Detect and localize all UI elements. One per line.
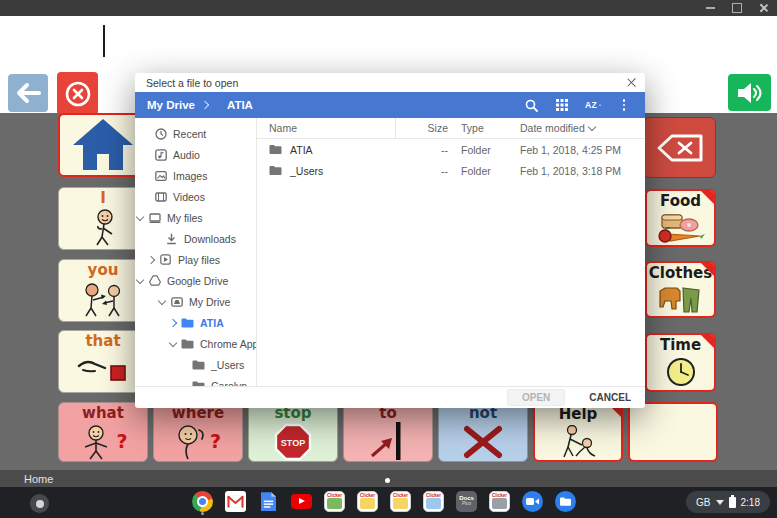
folder-icon: [269, 143, 282, 156]
helping-person-icon: [556, 425, 600, 459]
breadcrumb-root[interactable]: My Drive: [147, 99, 195, 111]
food-icon: [656, 212, 706, 244]
sidebar-item-atia[interactable]: ATIA: [135, 312, 256, 333]
my-drive-icon: [170, 295, 183, 308]
back-button[interactable]: [8, 74, 48, 112]
chevron-down-icon[interactable]: [169, 338, 177, 346]
column-header-name[interactable]: Name: [257, 118, 396, 138]
sidebar-item-users[interactable]: _Users: [135, 354, 256, 375]
launcher-button[interactable]: [30, 494, 49, 513]
sidebar-item-videos[interactable]: Videos: [135, 186, 256, 207]
sidebar-item-recent[interactable]: Recent: [135, 123, 256, 144]
open-button[interactable]: OPEN: [507, 389, 565, 406]
running-indicator: [201, 512, 204, 515]
card-backspace[interactable]: [643, 117, 716, 178]
card-where[interactable]: where ?: [153, 402, 243, 462]
file-table: Name Size Type Date modified ATIA -- Fol…: [257, 118, 645, 386]
clicker-sentences-icon[interactable]: Clicker: [324, 491, 345, 512]
chevron-down-icon[interactable]: [136, 275, 144, 283]
status-tray[interactable]: GB 2:18: [686, 491, 770, 513]
table-header: Name Size Type Date modified: [257, 118, 645, 139]
speaker-icon: [736, 81, 763, 105]
circle-x-icon: [63, 79, 93, 109]
column-header-size[interactable]: Size: [396, 122, 448, 134]
chevron-down-icon[interactable]: [158, 296, 166, 304]
speak-button[interactable]: [728, 74, 771, 111]
chevron-down-icon[interactable]: [136, 212, 144, 220]
minimize-button[interactable]: [706, 7, 715, 9]
clicker-communicate-icon[interactable]: Clicker: [489, 491, 510, 512]
card-stop[interactable]: stop STOP: [248, 402, 338, 462]
chevron-right-icon[interactable]: [169, 318, 177, 326]
sidebar-item-google-drive[interactable]: Google Drive: [135, 270, 256, 291]
card-help[interactable]: Help: [533, 402, 623, 462]
clicker-books-icon[interactable]: Clicker: [423, 491, 444, 512]
card-not[interactable]: not: [438, 402, 528, 462]
column-header-type[interactable]: Type: [448, 122, 513, 134]
file-name: ATIA: [290, 144, 313, 156]
more-menu-icon[interactable]: [616, 97, 632, 113]
file-date: Feb 1, 2018, 3:18 PM: [513, 165, 645, 177]
sidebar-item-downloads[interactable]: Downloads: [135, 228, 256, 249]
corner-fold-icon: [700, 334, 715, 349]
gmail-icon[interactable]: [225, 491, 246, 512]
corner-fold-icon: [700, 262, 715, 277]
sort-az-icon[interactable]: AZ: [585, 97, 601, 113]
sidebar-item-my-files[interactable]: My files: [135, 207, 256, 228]
column-header-date[interactable]: Date modified: [513, 122, 645, 134]
card-blank[interactable]: [628, 402, 718, 462]
card-food[interactable]: Food: [645, 189, 716, 247]
youtube-icon[interactable]: [291, 491, 312, 512]
dialog-body: Recent Audio Images Videos My fil: [135, 118, 645, 386]
card-to[interactable]: to: [343, 402, 433, 462]
dialog-close-icon[interactable]: [626, 77, 637, 88]
folder-icon: [269, 164, 282, 177]
page-indicator-dot: [385, 478, 390, 483]
card-time[interactable]: Time: [645, 333, 716, 392]
breadcrumb-current[interactable]: ATIA: [227, 99, 253, 111]
table-row[interactable]: ATIA -- Folder Feb 1, 2018, 4:25 PM: [257, 139, 645, 160]
backspace-icon: [656, 133, 704, 163]
corner-fold-icon: [700, 190, 715, 205]
clicker-connect-icon[interactable]: Clicker: [357, 491, 378, 512]
app-close-button[interactable]: [57, 72, 98, 115]
restore-button[interactable]: [732, 3, 742, 13]
image-icon: [154, 169, 167, 182]
stop-sign-text: STOP: [281, 438, 305, 448]
person-shrugging-icon: [78, 424, 114, 460]
sidebar-item-chrome-apps[interactable]: Chrome Apps: [135, 333, 256, 354]
battery-icon: [729, 497, 736, 508]
running-indicator: [499, 511, 502, 512]
card-label: what: [82, 405, 124, 422]
play-icon: [159, 253, 172, 266]
question-mark: ?: [116, 432, 127, 451]
camera-icon[interactable]: [522, 491, 543, 512]
clicker-talk-icon[interactable]: Clicker: [390, 491, 411, 512]
docs-plus-icon[interactable]: DocsPlus: [456, 491, 477, 512]
grid-view-icon[interactable]: [554, 97, 570, 113]
dialog-sidebar: Recent Audio Images Videos My fil: [135, 118, 257, 386]
chevron-right-icon[interactable]: [147, 255, 155, 263]
sidebar-item-my-drive[interactable]: My Drive: [135, 291, 256, 312]
sidebar-item-carolyn[interactable]: Carolyn: [135, 375, 256, 386]
search-icon[interactable]: [523, 97, 539, 113]
sidebar-item-audio[interactable]: Audio: [135, 144, 256, 165]
sidebar-item-play-files[interactable]: Play files: [135, 249, 256, 270]
table-row[interactable]: _Users -- Folder Feb 1, 2018, 3:18 PM: [257, 160, 645, 181]
cancel-button[interactable]: CANCEL: [589, 392, 631, 403]
dialog-title: Select a file to open: [146, 77, 238, 89]
card-what[interactable]: what ?: [58, 402, 148, 462]
sidebar-item-images[interactable]: Images: [135, 165, 256, 186]
card-label: you: [88, 262, 119, 279]
chrome-icon[interactable]: [192, 491, 213, 512]
card-clothes[interactable]: Clothes: [645, 261, 716, 318]
google-docs-icon[interactable]: [258, 491, 279, 512]
file-date: Feb 1, 2018, 4:25 PM: [513, 144, 645, 156]
page-title: Home: [24, 473, 53, 485]
window-close-button[interactable]: [759, 3, 769, 13]
file-picker-dialog: Select a file to open My Drive ATIA AZ: [135, 73, 645, 408]
toolbar-actions: AZ: [523, 97, 632, 113]
files-icon[interactable]: [555, 491, 576, 512]
computer-icon: [148, 211, 161, 224]
window-controls: [706, 0, 769, 16]
